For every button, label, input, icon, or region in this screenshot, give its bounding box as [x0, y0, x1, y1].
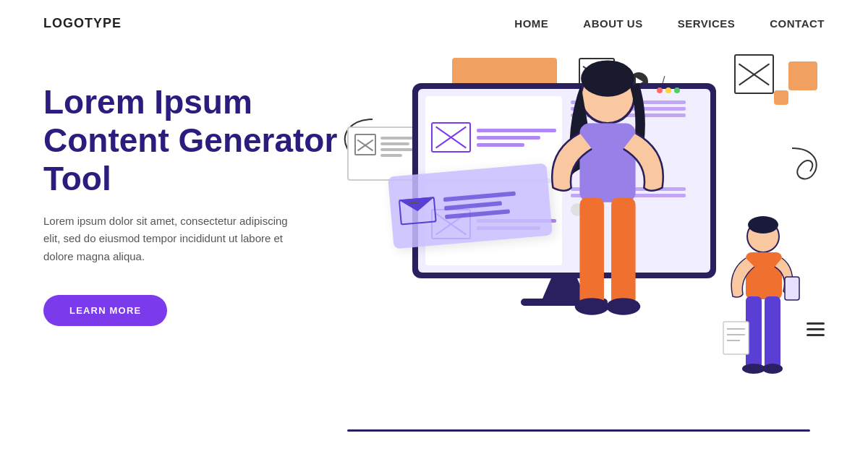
svg-point-14: [762, 364, 783, 374]
ground-line: [347, 429, 810, 432]
header: LOGOTYPE HOME ABOUT US SERVICES CONTACT: [0, 0, 868, 47]
learn-more-button[interactable]: LEARN MORE: [43, 295, 167, 326]
hero-left: Lorem Ipsum Content Generator Tool Lorem…: [43, 69, 347, 326]
logo: LOGOTYPE: [43, 16, 122, 31]
deco-line: [807, 328, 825, 330]
svg-point-1: [581, 60, 634, 96]
deco-dash-left: [409, 202, 420, 204]
svg-point-5: [575, 298, 609, 314]
svg-rect-9: [746, 252, 782, 299]
nav-services[interactable]: SERVICES: [678, 17, 736, 30]
hero-illustration: /: [347, 69, 825, 445]
nav-contact[interactable]: CONTACT: [770, 17, 825, 30]
hero-title: Lorem Ipsum Content Generator Tool: [43, 83, 347, 198]
svg-point-8: [748, 216, 778, 234]
nav-home[interactable]: HOME: [514, 17, 548, 30]
svg-rect-10: [785, 277, 799, 300]
svg-rect-12: [765, 296, 780, 369]
svg-point-6: [606, 298, 640, 314]
nav-about[interactable]: ABOUT US: [583, 17, 642, 30]
svg-rect-4: [611, 197, 636, 307]
svg-rect-15: [723, 322, 749, 354]
svg-point-13: [742, 364, 765, 374]
deco-line: [807, 322, 825, 325]
deco-line: [807, 334, 825, 336]
man-character: [716, 213, 810, 445]
svg-rect-3: [579, 197, 604, 307]
content-area: Lorem Ipsum Content Generator Tool Lorem…: [0, 47, 868, 445]
deco-lines-right: [807, 322, 825, 336]
hero-description: Lorem ipsum dolor sit amet, consectetur …: [43, 213, 304, 266]
svg-rect-2: [579, 124, 635, 202]
dash: [409, 202, 420, 204]
main-nav: HOME ABOUT US SERVICES CONTACT: [514, 17, 825, 30]
